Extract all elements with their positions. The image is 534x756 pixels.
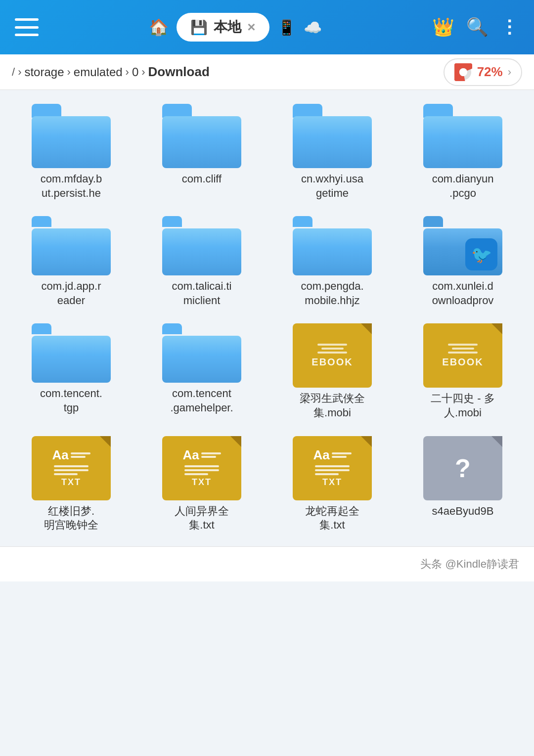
file-item-10[interactable]: com.tencent.gamehelper. xyxy=(138,319,265,424)
folder-icon-3 xyxy=(293,104,372,168)
folder-icon-9 xyxy=(32,323,111,383)
file-name-15: 龙蛇再起全集.txt xyxy=(305,504,359,533)
nav-left xyxy=(15,18,39,36)
file-name-1: com.mfday.but.persist.he xyxy=(41,172,102,200)
file-item-16[interactable]: ? s4aeByud9B xyxy=(400,432,526,536)
file-name-10: com.tencent.gamehelper. xyxy=(170,387,233,415)
home-icon[interactable]: 🏠 xyxy=(149,18,169,37)
breadcrumb-arrow-3: › xyxy=(141,66,145,79)
file-item-8[interactable]: 🐦 com.xunlei.downloadprov xyxy=(400,212,526,311)
file-item-3[interactable]: cn.wxhyi.usagetime xyxy=(269,100,396,204)
more-options-icon[interactable]: ⋮ xyxy=(500,17,519,38)
file-name-3: cn.wxhyi.usagetime xyxy=(301,172,363,200)
file-name-13: 红楼旧梦.明宫晚钟全 xyxy=(44,504,98,533)
file-item-5[interactable]: com.jd.app.reader xyxy=(8,212,134,311)
storage-pie-icon xyxy=(454,63,472,81)
breadcrumb-download[interactable]: Download xyxy=(148,64,210,80)
breadcrumb-0[interactable]: 0 xyxy=(132,65,138,79)
tab-cloud-icon[interactable]: ☁️ xyxy=(304,19,322,36)
file-name-5: com.jd.app.reader xyxy=(41,279,101,308)
file-item-15[interactable]: Aa TXT 龙蛇再起全集.txt xyxy=(269,432,396,536)
svg-point-1 xyxy=(459,68,467,76)
file-name-9: com.tencent.tgp xyxy=(40,387,102,415)
tab-storage-icon: 💾 xyxy=(190,19,208,36)
file-item-11[interactable]: EBOOK 梁羽生武侠全集.mobi xyxy=(269,319,396,424)
footer-text: 头条 @Kindle静读君 xyxy=(420,558,519,570)
tab-label: 本地 xyxy=(214,18,241,37)
file-item-9[interactable]: com.tencent.tgp xyxy=(8,319,134,424)
breadcrumb-arrow-1: › xyxy=(67,66,71,79)
folder-icon-2 xyxy=(162,104,241,168)
tab-phone-icon[interactable]: 📱 xyxy=(277,19,296,36)
storage-expand-icon[interactable]: › xyxy=(508,66,511,79)
breadcrumb-bar: / › storage › emulated › 0 › Download 72… xyxy=(0,54,534,90)
close-tab-icon[interactable]: × xyxy=(247,19,255,35)
file-name-6: com.talicai.timiclient xyxy=(172,279,231,308)
crown-icon[interactable]: 👑 xyxy=(432,17,454,38)
file-name-14: 人间异界全集.txt xyxy=(175,504,229,533)
folder-icon-1 xyxy=(32,104,111,168)
footer: 头条 @Kindle静读君 xyxy=(0,546,534,581)
breadcrumb-storage[interactable]: storage xyxy=(24,65,64,79)
nav-center: 🏠 💾 本地 × 📱 ☁️ xyxy=(48,13,422,42)
storage-percent-label: 72% xyxy=(477,64,503,80)
file-item-13[interactable]: Aa TXT 红楼旧梦.明宫晚钟全 xyxy=(8,432,134,536)
folder-icon-xunlei: 🐦 xyxy=(423,216,502,275)
hamburger-icon[interactable] xyxy=(15,18,39,36)
file-item-14[interactable]: Aa TXT 人间异界全集.txt xyxy=(138,432,265,536)
search-icon[interactable]: 🔍 xyxy=(466,17,489,38)
folder-icon-7 xyxy=(293,216,372,275)
top-bar: 🏠 💾 本地 × 📱 ☁️ 👑 🔍 ⋮ xyxy=(0,0,534,54)
file-grid: com.mfday.but.persist.he com.cliff cn.wx… xyxy=(0,90,534,546)
breadcrumb-arrow-2: › xyxy=(126,66,129,79)
file-item-12[interactable]: EBOOK 二十四史 - 多人.mobi xyxy=(400,319,526,424)
txt-icon-13: Aa TXT xyxy=(32,436,111,500)
unknown-icon-16: ? xyxy=(423,436,502,500)
breadcrumb-emulated[interactable]: emulated xyxy=(74,65,123,79)
file-name-11: 梁羽生武侠全集.mobi xyxy=(300,392,365,420)
file-name-12: 二十四史 - 多人.mobi xyxy=(431,392,495,420)
local-tab[interactable]: 💾 本地 × xyxy=(177,13,269,42)
file-name-7: com.pengda.mobile.hhjz xyxy=(301,279,363,308)
folder-icon-10 xyxy=(162,323,241,383)
file-name-8: com.xunlei.downloadprov xyxy=(432,279,494,308)
txt-icon-15: Aa TXT xyxy=(293,436,372,500)
storage-badge[interactable]: 72% › xyxy=(444,58,522,86)
file-item-6[interactable]: com.talicai.timiclient xyxy=(138,212,265,311)
xunlei-app-icon: 🐦 xyxy=(465,238,497,270)
folder-icon-6 xyxy=(162,216,241,275)
file-name-2: com.cliff xyxy=(182,172,222,186)
folder-icon-4 xyxy=(423,104,502,168)
file-item-2[interactable]: com.cliff xyxy=(138,100,265,204)
breadcrumb-root[interactable]: / xyxy=(12,66,15,79)
file-item-1[interactable]: com.mfday.but.persist.he xyxy=(8,100,134,204)
file-name-16: s4aeByud9B xyxy=(432,504,494,519)
ebook-icon-12: EBOOK xyxy=(423,323,502,388)
nav-right: 👑 🔍 ⋮ xyxy=(432,17,519,38)
file-item-7[interactable]: com.pengda.mobile.hhjz xyxy=(269,212,396,311)
ebook-icon-11: EBOOK xyxy=(293,323,372,388)
folder-icon-5 xyxy=(32,216,111,275)
txt-icon-14: Aa TXT xyxy=(162,436,241,500)
file-name-4: com.dianyun.pcgo xyxy=(432,172,494,200)
breadcrumb-arrow-0: › xyxy=(18,66,21,79)
file-item-4[interactable]: com.dianyun.pcgo xyxy=(400,100,526,204)
